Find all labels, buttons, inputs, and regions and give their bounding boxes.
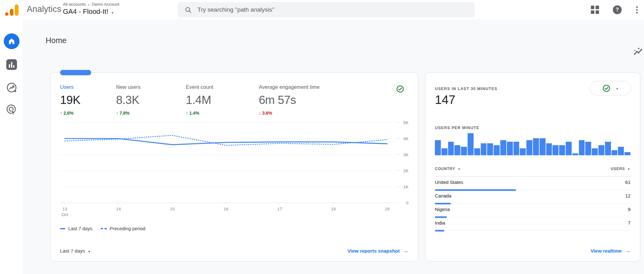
insights-icon[interactable]: [632, 46, 644, 58]
sidebar-item-advertising[interactable]: [6, 104, 17, 115]
metric-delta: ↑ 1.4%: [186, 111, 259, 116]
global-search[interactable]: [178, 2, 475, 17]
country-users-value: 61: [625, 180, 630, 185]
metric-value: 19K: [60, 94, 116, 107]
sidebar-item-home[interactable]: [4, 33, 19, 49]
legend-dashed-swatch: [101, 228, 107, 229]
svg-text:13: 13: [62, 207, 67, 211]
breadcrumb-root[interactable]: All accounts: [63, 2, 86, 7]
svg-text:0: 0: [406, 201, 408, 205]
metric-delta: ↓ 3.6%: [259, 111, 378, 116]
realtime-card: USERS IN LAST 30 MINUTES 147 USERS PER M…: [425, 72, 640, 261]
breadcrumb-account[interactable]: Demo Account: [92, 2, 119, 7]
country-name: Nigeria: [435, 207, 450, 212]
dropdown-caret-icon: [88, 248, 91, 254]
chevron-down-icon: [616, 85, 619, 91]
svg-text:1K: 1K: [403, 185, 408, 189]
metric-tab-new-users[interactable]: New users8.3K↑ 7.8%: [116, 84, 186, 116]
country-name: United States: [435, 180, 463, 185]
country-table: United States61Canada12Nigeria9India7: [435, 177, 630, 231]
view-reports-snapshot-link[interactable]: View reports snapshot: [347, 248, 408, 254]
legend-label: Last 7 days: [68, 226, 92, 231]
carousel-tab-indicator: [60, 70, 91, 75]
users-column-header[interactable]: USERS: [611, 167, 630, 171]
realtime-status-dropdown[interactable]: [590, 81, 631, 95]
minute-bar: [507, 142, 513, 155]
minute-bar: [481, 143, 487, 155]
metric-tab-event-count[interactable]: Event count1.4M↑ 1.4%: [186, 84, 259, 116]
svg-text:2K: 2K: [403, 168, 408, 173]
svg-text:4K: 4K: [403, 136, 408, 141]
metric-value: 6m 57s: [259, 94, 378, 107]
minute-bar: [572, 153, 578, 155]
svg-text:15: 15: [170, 207, 175, 211]
property-switcher[interactable]: GA4 - Flood-It!: [63, 8, 119, 16]
users-per-minute-title: USERS PER MINUTE: [435, 126, 479, 130]
minute-bar: [468, 133, 474, 155]
svg-text:19: 19: [385, 207, 389, 211]
search-input[interactable]: [197, 6, 468, 13]
more-options-kebab-icon[interactable]: [636, 6, 638, 14]
overview-card: Users19K↑ 2.6%New users8.3K↑ 7.8%Event c…: [50, 72, 418, 261]
view-realtime-link[interactable]: View realtime: [591, 248, 630, 254]
header-divider: [54, 3, 54, 16]
country-row: India7: [435, 217, 630, 231]
minute-bar: [441, 148, 447, 155]
minute-bar: [520, 148, 526, 155]
minute-bar: [546, 143, 552, 155]
minute-bar: [454, 145, 460, 155]
users-last-30min-value: 147: [435, 93, 455, 107]
chevron-down-icon: [111, 8, 114, 16]
explore-icon: [6, 82, 17, 93]
property-name: GA4 - Flood-It!: [63, 8, 108, 16]
main-content: Home Users19K↑ 2.6%New users8.3K↑ 7.8%Ev…: [24, 20, 644, 274]
svg-text:5K: 5K: [403, 121, 408, 125]
metric-tab-average-engagement-time[interactable]: Average engagement time6m 57s↓ 3.6%: [259, 84, 378, 116]
metric-tab-users[interactable]: Users19K↑ 2.6%: [60, 84, 116, 116]
minute-bar: [552, 145, 558, 155]
chevron-right-icon: [88, 2, 90, 7]
minute-bar: [579, 140, 585, 155]
account-breadcrumb: All accounts Demo Account GA4 - Flood-It…: [63, 2, 119, 16]
minute-bar: [461, 147, 467, 155]
sidebar-item-reports[interactable]: [6, 59, 17, 70]
metric-label: Event count: [186, 84, 259, 90]
country-row: United States61: [435, 177, 630, 190]
metric-label: Average engagement time: [259, 84, 378, 90]
help-icon[interactable]: [613, 5, 622, 14]
date-range-selector[interactable]: Last 7 days: [60, 248, 91, 254]
country-name: India: [435, 220, 445, 225]
sidebar-item-explore[interactable]: [6, 82, 17, 93]
svg-text:14: 14: [116, 207, 121, 211]
legend-solid-swatch: [60, 228, 65, 229]
metric-value: 1.4M: [186, 94, 259, 107]
users-per-minute-sparkline: [435, 133, 630, 155]
svg-text:18: 18: [331, 207, 336, 211]
row-divider: [435, 231, 630, 231]
country-row: Canada12: [435, 190, 630, 204]
country-users-value: 12: [625, 193, 630, 198]
minute-bar: [526, 140, 532, 155]
diagnostics-grid-icon[interactable]: [591, 6, 599, 14]
data-quality-button[interactable]: [393, 82, 407, 95]
users-trend-chart: 5K4K3K2K1K013Oct141516171819: [60, 121, 411, 223]
country-users-value: 9: [628, 207, 630, 212]
svg-text:Oct: Oct: [61, 212, 68, 217]
check-circle-icon: [602, 84, 611, 93]
minute-bar: [448, 142, 454, 155]
minute-bar: [605, 142, 611, 155]
legend-label: Preceding period: [110, 226, 145, 231]
country-column-header[interactable]: COUNTRY: [435, 167, 461, 171]
realtime-title: USERS IN LAST 30 MINUTES: [435, 87, 497, 91]
svg-text:3K: 3K: [403, 152, 408, 157]
minute-bar: [559, 145, 565, 155]
arrow-right-icon: [403, 248, 408, 254]
minute-bar: [585, 142, 591, 155]
minute-bar: [612, 150, 618, 155]
product-name: Analytics: [27, 4, 61, 14]
country-row: Nigeria9: [435, 204, 630, 217]
minute-bar: [474, 148, 480, 155]
left-nav: [0, 20, 23, 274]
metric-tabs: Users19K↑ 2.6%New users8.3K↑ 7.8%Event c…: [60, 84, 378, 116]
dropdown-caret-icon: [458, 167, 461, 171]
